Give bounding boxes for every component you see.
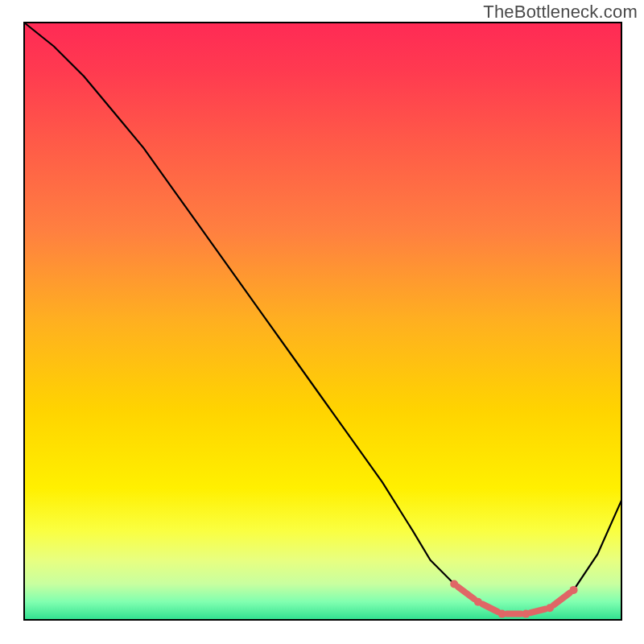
watermark-text: TheBottleneck.com	[483, 2, 638, 23]
marker-dash	[530, 609, 545, 613]
marker-dot	[570, 586, 578, 594]
bottleneck-chart	[0, 0, 644, 644]
chart-container: TheBottleneck.com	[0, 0, 644, 644]
